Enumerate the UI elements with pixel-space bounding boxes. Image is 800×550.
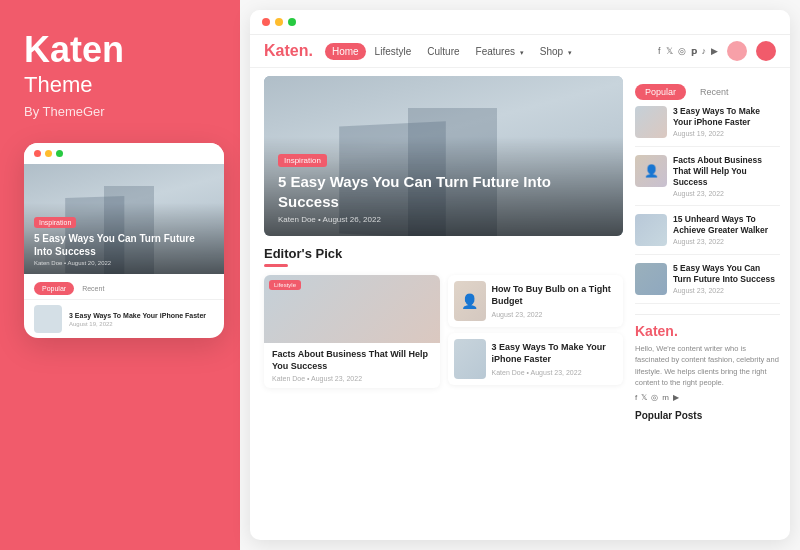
hero-post[interactable]: Inspiration 5 Easy Ways You Can Turn Fut… — [264, 76, 623, 236]
mobile-post-text: 3 Easy Ways To Make Your iPhone Faster A… — [69, 311, 206, 326]
center-area: Inspiration 5 Easy Ways You Can Turn Fut… — [250, 68, 635, 538]
left-brand-title: Katen — [24, 32, 216, 68]
nav-link-culture[interactable]: Culture — [420, 43, 466, 60]
editor-card-info-3: 3 Easy Ways To Make Your iPhone Faster K… — [492, 342, 618, 375]
about-youtube-icon[interactable]: ▶ — [673, 393, 679, 402]
editor-card-meta-3: Katen Doe • August 23, 2022 — [492, 369, 618, 376]
about-brand: Katen. — [635, 323, 780, 339]
facebook-icon[interactable]: f — [658, 46, 661, 56]
editor-card-meta-1: Katen Doe • August 23, 2022 — [272, 375, 432, 382]
editors-grid: Lifestyle Facts About Business That Will… — [264, 275, 623, 388]
side-post-item-3[interactable]: 15 Unheard Ways To Achieve Greater Walke… — [635, 214, 780, 255]
pinterest-icon[interactable]: 𝗽 — [691, 46, 697, 56]
nav-link-shop[interactable]: Shop ▾ — [533, 43, 579, 60]
popular-posts-section: Popular Posts — [635, 410, 780, 421]
editor-card-2[interactable]: 👤 How To Buy Bulb on a Tight Budget Augu… — [448, 275, 624, 327]
editor-card-body-1: Facts About Business That Will Help You … — [264, 343, 440, 388]
side-post-item-2[interactable]: 👤 Facts About Business That Will Help Yo… — [635, 155, 780, 206]
browser-dot-green — [288, 18, 296, 26]
about-katen: Katen. Hello, We're content writer who i… — [635, 314, 780, 402]
mobile-hero-overlay: Inspiration 5 Easy Ways You Can Turn Fut… — [24, 203, 224, 274]
sidebar-panel: Popular Recent 3 Easy Ways To Make Your … — [635, 68, 790, 538]
editors-pick-title: Editor's Pick — [264, 246, 623, 261]
editor-card-img-3 — [454, 339, 486, 379]
mobile-hero-meta: Katen Doe • August 20, 2022 — [34, 260, 214, 266]
instagram-icon[interactable]: ◎ — [678, 46, 686, 56]
about-medium-icon[interactable]: m — [662, 393, 669, 402]
mobile-post-item: 3 Easy Ways To Make Your iPhone Faster A… — [24, 299, 224, 338]
nav-link-features[interactable]: Features ▾ — [469, 43, 531, 60]
side-post-item-1[interactable]: 3 Easy Ways To Make Your iPhone Faster A… — [635, 106, 780, 147]
mobile-hero-image: Inspiration 5 Easy Ways You Can Turn Fut… — [24, 164, 224, 274]
side-post-title-3: 15 Unheard Ways To Achieve Greater Walke… — [673, 214, 780, 236]
mobile-tab-popular[interactable]: Popular — [34, 282, 74, 295]
side-post-info-4: 5 Easy Ways You Can Turn Future Into Suc… — [673, 263, 780, 294]
left-brand-by: By ThemeGer — [24, 104, 216, 119]
editor-card-info-2: How To Buy Bulb on a Tight Budget August… — [492, 284, 618, 317]
nav-avatar-2[interactable] — [756, 41, 776, 61]
mobile-hero-tag: Inspiration — [34, 217, 76, 228]
about-facebook-icon[interactable]: f — [635, 393, 637, 402]
about-twitter-icon[interactable]: 𝕏 — [641, 393, 647, 402]
popular-tab[interactable]: Popular — [635, 84, 686, 100]
editor-card-title-2: How To Buy Bulb on a Tight Budget — [492, 284, 618, 307]
side-post-thumb-4 — [635, 263, 667, 295]
twitter-icon[interactable]: 𝕏 — [666, 46, 673, 56]
about-text: Hello, We're content writer who is fasci… — [635, 343, 780, 388]
mobile-tabs: Popular Recent — [24, 274, 224, 299]
mobile-dot-red — [34, 150, 41, 157]
youtube-icon[interactable]: ▶ — [711, 46, 718, 56]
nav-brand: Katen. — [264, 42, 313, 60]
side-post-info-2: Facts About Business That Will Help You … — [673, 155, 780, 197]
editor-card-title-1: Facts About Business That Will Help You … — [272, 349, 432, 372]
browser-content: Inspiration 5 Easy Ways You Can Turn Fut… — [250, 68, 790, 538]
about-instagram-icon[interactable]: ◎ — [651, 393, 658, 402]
browser-mockup: Katen. Home Lifestyle Culture Features ▾… — [250, 10, 790, 540]
side-post-title-4: 5 Easy Ways You Can Turn Future Into Suc… — [673, 263, 780, 285]
editor-right-cards: 👤 How To Buy Bulb on a Tight Budget Augu… — [448, 275, 624, 388]
side-post-info-1: 3 Easy Ways To Make Your iPhone Faster A… — [673, 106, 780, 137]
browser-dot-red — [262, 18, 270, 26]
nav-link-home[interactable]: Home — [325, 43, 366, 60]
right-panel: Katen. Home Lifestyle Culture Features ▾… — [240, 0, 800, 550]
side-post-thumb-1 — [635, 106, 667, 138]
recent-tab[interactable]: Recent — [690, 84, 739, 100]
side-post-info-3: 15 Unheard Ways To Achieve Greater Walke… — [673, 214, 780, 245]
mobile-mockup: Inspiration 5 Easy Ways You Can Turn Fut… — [24, 143, 224, 338]
side-post-title-1: 3 Easy Ways To Make Your iPhone Faster — [673, 106, 780, 128]
editor-card-1[interactable]: Lifestyle Facts About Business That Will… — [264, 275, 440, 388]
mobile-post-thumb — [34, 305, 62, 333]
side-post-date-4: August 23, 2022 — [673, 287, 780, 294]
side-post-title-2: Facts About Business That Will Help You … — [673, 155, 780, 188]
side-post-date-2: August 23, 2022 — [673, 190, 780, 197]
editor-card-meta-2: August 23, 2022 — [492, 311, 618, 318]
nav-link-lifestyle[interactable]: Lifestyle — [368, 43, 419, 60]
side-post-thumb-3 — [635, 214, 667, 246]
mobile-dot-green — [56, 150, 63, 157]
mobile-post-title: 3 Easy Ways To Make Your iPhone Faster — [69, 311, 206, 320]
about-social-links: f 𝕏 ◎ m ▶ — [635, 393, 780, 402]
editor-card-3[interactable]: 3 Easy Ways To Make Your iPhone Faster K… — [448, 333, 624, 385]
nav-avatar-1[interactable] — [727, 41, 747, 61]
hero-post-overlay: Inspiration 5 Easy Ways You Can Turn Fut… — [264, 137, 623, 236]
browser-top-bar — [250, 10, 790, 35]
nav-social: f 𝕏 ◎ 𝗽 ♪ ▶ — [658, 41, 776, 61]
browser-nav: Katen. Home Lifestyle Culture Features ▾… — [250, 35, 790, 68]
side-post-date-3: August 23, 2022 — [673, 238, 780, 245]
mobile-tab-recent[interactable]: Recent — [82, 285, 104, 292]
hero-title: 5 Easy Ways You Can Turn Future Into Suc… — [278, 172, 609, 211]
side-post-item-4[interactable]: 5 Easy Ways You Can Turn Future Into Suc… — [635, 263, 780, 304]
left-panel: Katen Theme By ThemeGer Inspiration 5 Ea… — [0, 0, 240, 550]
editors-pick-section: Editor's Pick Lifestyle Facts About Busi… — [264, 246, 623, 388]
mobile-dot-yellow — [45, 150, 52, 157]
left-brand-subtitle: Theme — [24, 72, 216, 98]
section-underline — [264, 264, 288, 267]
hero-tag: Inspiration — [278, 154, 327, 167]
side-post-thumb-2: 👤 — [635, 155, 667, 187]
editor-card-tag-1: Lifestyle — [269, 280, 301, 290]
popular-tabs: Popular Recent — [635, 84, 780, 100]
tiktok-icon[interactable]: ♪ — [702, 46, 707, 56]
hero-meta: Katen Doe • August 26, 2022 — [278, 215, 609, 224]
mobile-hero-title: 5 Easy Ways You Can Turn Future Into Suc… — [34, 232, 214, 258]
editor-card-img-2: 👤 — [454, 281, 486, 321]
